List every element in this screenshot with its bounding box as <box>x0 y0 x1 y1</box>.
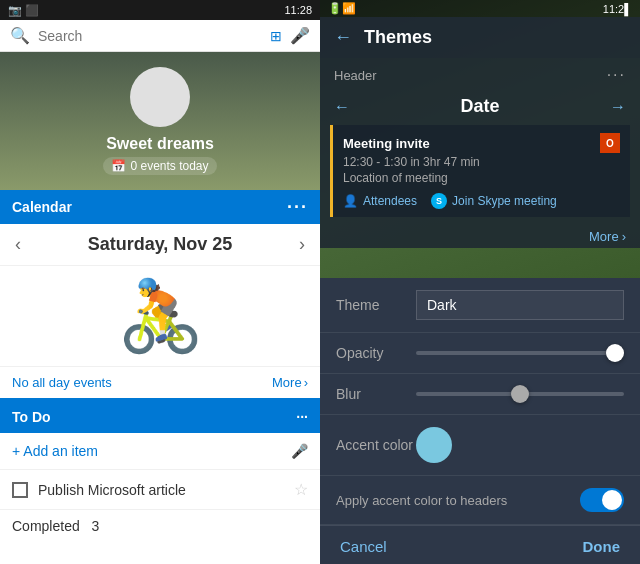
accent-color-picker[interactable] <box>416 427 452 463</box>
header-label: Header <box>334 68 377 83</box>
skype-button[interactable]: S Join Skype meeting <box>431 193 557 209</box>
blur-row: Blur <box>320 374 640 415</box>
theme-label: Theme <box>336 297 416 313</box>
opacity-thumb[interactable] <box>606 344 624 362</box>
next-month-button[interactable]: › <box>299 234 305 255</box>
blur-thumb[interactable] <box>511 385 529 403</box>
apply-accent-label: Apply accent color to headers <box>336 493 580 508</box>
apply-accent-row: Apply accent color to headers <box>320 476 640 525</box>
skype-label: Join Skype meeting <box>452 194 557 208</box>
bottom-buttons: Cancel Done <box>320 525 640 564</box>
themes-header: ← Themes <box>320 17 640 58</box>
header-preview-card: Header ··· ← Date → Meeting invite O 12:… <box>320 58 640 248</box>
meeting-location: Location of meeting <box>343 171 620 185</box>
left-panel: 📷 ⬛ 11:28 🔍 ⊞ 🎤 Sweet dreams 📅 0 events … <box>0 0 320 564</box>
office-icon-label: O <box>606 138 614 149</box>
prev-date-button[interactable]: ← <box>334 98 350 116</box>
profile-section: Sweet dreams 📅 0 events today <box>0 52 320 190</box>
done-button[interactable]: Done <box>583 538 621 555</box>
completed-number: 3 <box>92 518 100 534</box>
calendar-date: Saturday, Nov 25 <box>88 234 233 255</box>
calendar-more-chevron: › <box>304 375 308 390</box>
events-count: 0 events today <box>130 159 208 173</box>
attendees-label: Attendees <box>363 194 417 208</box>
calendar-more-text: More <box>272 375 302 390</box>
right-panel: 🔋📶 11:2▌ ← Themes Header ··· ← Date → Me… <box>320 0 640 564</box>
profile-name: Sweet dreams <box>106 135 214 153</box>
meeting-more-link[interactable]: More › <box>589 229 626 244</box>
opacity-label: Opacity <box>336 345 416 361</box>
avatar <box>130 67 190 127</box>
expand-icon[interactable]: ⊞ <box>270 28 282 44</box>
theme-input[interactable] <box>416 290 624 320</box>
calendar-icon: 📅 <box>111 159 126 173</box>
completed-row: Completed 3 <box>0 510 320 542</box>
search-bar: 🔍 ⊞ 🎤 <box>0 20 320 52</box>
blur-slider[interactable] <box>416 392 624 396</box>
todo-mic-icon[interactable]: 🎤 <box>291 443 308 459</box>
blur-label: Blur <box>336 386 416 402</box>
more-row: More › <box>320 225 640 248</box>
attendees-button[interactable]: 👤 Attendees <box>343 193 417 209</box>
person-icon: 👤 <box>343 194 358 208</box>
events-badge: 📅 0 events today <box>103 157 216 175</box>
calendar-header: Calendar ··· <box>0 190 320 224</box>
date-nav-row: ← Date → <box>320 92 640 125</box>
aerial-gap <box>320 248 640 278</box>
meeting-more-chevron: › <box>622 229 626 244</box>
opacity-slider[interactable] <box>416 351 624 355</box>
meeting-time: 12:30 - 1:30 in 3hr 47 min <box>343 155 620 169</box>
calendar-more-link[interactable]: More › <box>272 375 308 390</box>
todo-item-text: Publish Microsoft article <box>38 482 186 498</box>
search-icon: 🔍 <box>10 26 30 45</box>
status-bar-left: 📷 ⬛ 11:28 <box>0 0 320 20</box>
opacity-row: Opacity <box>320 333 640 374</box>
microphone-icon[interactable]: 🎤 <box>290 26 310 45</box>
calendar-footer: No all day events More › <box>0 366 320 398</box>
meeting-actions: 👤 Attendees S Join Skype meeting <box>343 193 620 209</box>
skype-icon: S <box>431 193 447 209</box>
cancel-button[interactable]: Cancel <box>340 538 387 555</box>
office-icon: O <box>600 133 620 153</box>
themes-back-button[interactable]: ← <box>334 27 352 48</box>
todo-add-row[interactable]: + Add an item 🎤 <box>0 433 320 470</box>
meeting-title: Meeting invite <box>343 136 430 151</box>
header-menu-dots[interactable]: ··· <box>607 66 626 84</box>
accent-color-label: Accent color <box>336 437 416 453</box>
status-time-right: 11:2▌ <box>603 3 632 15</box>
meeting-more-text: More <box>589 229 619 244</box>
no-events-label: No all day events <box>12 375 112 390</box>
completed-label: Completed <box>12 518 80 534</box>
calendar-menu-dots[interactable]: ··· <box>287 198 308 216</box>
todo-item: Publish Microsoft article ☆ <box>0 470 320 510</box>
header-preview-top: Header ··· <box>320 58 640 92</box>
todo-label: To Do <box>12 409 51 425</box>
cyclist-icon: 🚴 <box>117 281 204 351</box>
meeting-card: Meeting invite O 12:30 - 1:30 in 3hr 47 … <box>330 125 630 217</box>
todo-menu-dots[interactable]: ··· <box>296 409 308 425</box>
status-icons-left: 📷 ⬛ <box>8 4 39 17</box>
next-date-button[interactable]: → <box>610 98 626 116</box>
prev-month-button[interactable]: ‹ <box>15 234 21 255</box>
todo-header: To Do ··· <box>0 401 320 433</box>
star-icon[interactable]: ☆ <box>294 480 308 499</box>
settings-panel: Theme Opacity Blur Accent color Apply ac… <box>320 278 640 525</box>
status-icons-right: 🔋📶 <box>328 2 356 15</box>
status-time-left: 11:28 <box>284 4 312 16</box>
todo-checkbox[interactable] <box>12 482 28 498</box>
calendar-section: Calendar ··· ‹ Saturday, Nov 25 › 🚴 No a… <box>0 190 320 398</box>
calendar-label: Calendar <box>12 199 72 215</box>
accent-color-row: Accent color <box>320 415 640 476</box>
search-input[interactable] <box>38 28 262 44</box>
toggle-thumb <box>602 490 622 510</box>
calendar-nav: ‹ Saturday, Nov 25 › <box>0 224 320 266</box>
status-bar-right: 🔋📶 11:2▌ <box>320 0 640 17</box>
completed-count <box>84 518 88 534</box>
todo-section: To Do ··· + Add an item 🎤 Publish Micros… <box>0 398 320 564</box>
calendar-illustration: 🚴 <box>0 266 320 366</box>
themes-title: Themes <box>364 27 432 48</box>
date-title: Date <box>460 96 499 117</box>
add-item-label: + Add an item <box>12 443 98 459</box>
theme-row: Theme <box>320 278 640 333</box>
apply-accent-toggle[interactable] <box>580 488 624 512</box>
